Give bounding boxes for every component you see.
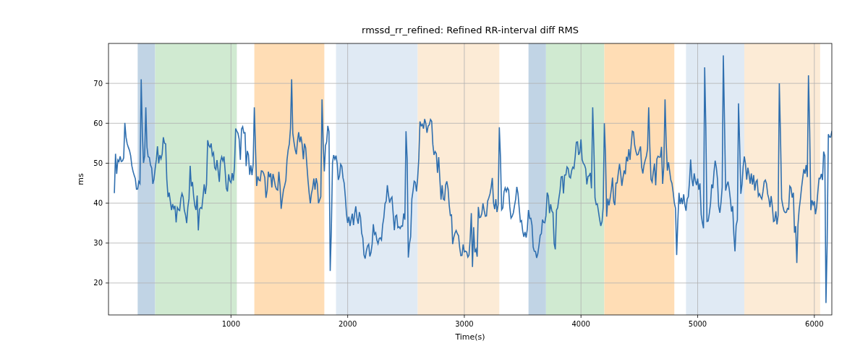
- y-tick-label: 40: [93, 199, 103, 207]
- y-axis-label: ms: [76, 173, 85, 185]
- y-tick-label: 20: [93, 279, 103, 287]
- chart-title: rmssd_rr_refined: Refined RR-interval di…: [362, 25, 579, 35]
- x-tick-label: 6000: [805, 320, 823, 328]
- y-tick-label: 50: [93, 159, 103, 167]
- x-axis-label: Time(s): [454, 332, 485, 342]
- y-tick-label: 30: [93, 239, 103, 247]
- svg-rect-6: [529, 43, 546, 315]
- x-tick-label: 5000: [689, 320, 707, 328]
- rmssd-chart: 100020003000400050006000203040506070Time…: [0, 0, 868, 362]
- y-tick-label: 70: [93, 80, 103, 88]
- x-axis: 100020003000400050006000: [222, 315, 824, 328]
- x-tick-label: 4000: [571, 320, 590, 328]
- x-tick-label: 2000: [339, 320, 357, 328]
- y-tick-label: 60: [93, 119, 103, 127]
- svg-rect-8: [604, 43, 674, 315]
- svg-rect-5: [417, 43, 499, 315]
- x-tick-label: 3000: [455, 320, 473, 328]
- svg-rect-2: [156, 43, 237, 315]
- y-axis: 203040506070: [93, 80, 109, 287]
- x-tick-label: 1000: [222, 320, 240, 328]
- svg-rect-7: [546, 43, 605, 315]
